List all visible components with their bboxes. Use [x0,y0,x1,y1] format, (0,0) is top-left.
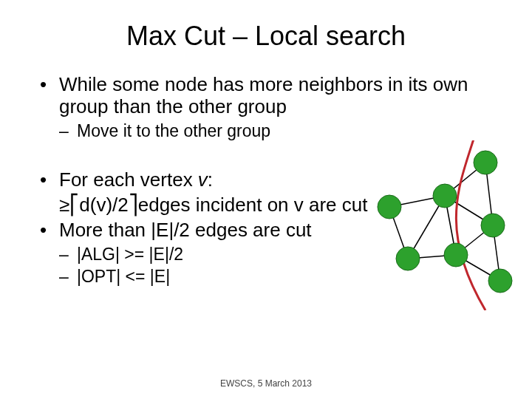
bullet-1-sub-1: Move it to the other group [40,121,488,142]
svg-point-11 [378,195,401,219]
slide-title: Max Cut – Local search [0,0,532,74]
bullet-1: While some node has more neighbors in it… [40,74,488,118]
svg-point-14 [444,243,468,267]
graph-diagram [364,140,519,310]
svg-point-15 [474,151,497,174]
svg-point-13 [433,184,457,208]
svg-point-16 [481,214,505,237]
slide-footer: EWSCS, 5 March 2013 [0,378,532,389]
svg-point-17 [488,269,512,293]
svg-point-12 [396,247,420,270]
